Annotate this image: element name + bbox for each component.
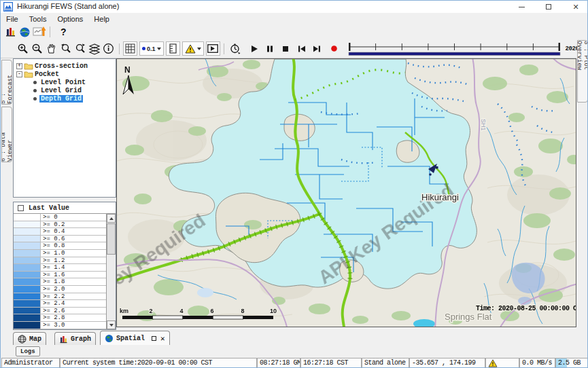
legend-row[interactable]: >= 0 (14, 214, 106, 221)
main-toolbar: ? (1, 24, 587, 39)
tab-close-icon[interactable]: ✕ (160, 334, 165, 343)
close-button[interactable]: ✕ (571, 2, 581, 12)
tree-item-label: Cross-section (33, 62, 89, 70)
profile-gauge-icon (169, 43, 177, 54)
bullet-icon (33, 81, 37, 84)
legend-row-label: >= 0.2 (41, 221, 106, 228)
menu-help[interactable]: Help (94, 15, 109, 23)
tree-item-cross-section[interactable]: + Cross-section (14, 62, 116, 70)
legend-color-swatch (14, 214, 41, 221)
menu-options[interactable]: Options (57, 15, 83, 23)
legend-row-label: >= 1.6 (41, 272, 106, 278)
tab-maximize-icon[interactable] (152, 336, 156, 341)
stop-button[interactable] (279, 41, 293, 56)
tab-map[interactable]: Map (13, 332, 46, 345)
expand-icon[interactable]: + (16, 63, 22, 69)
sidebar-tab-data-viewer[interactable]: 6 : Data Viewer (1, 107, 12, 162)
info-icon (103, 43, 114, 54)
zoom-in-button[interactable] (16, 41, 30, 56)
info-button[interactable] (101, 41, 116, 56)
legend-row[interactable]: >= 3.0 (14, 322, 106, 329)
logs-row: Logs (1, 345, 587, 357)
title-bar[interactable]: Hikurangi FEWS (Stand alone) ✕ (1, 1, 587, 13)
database-viewer-button[interactable] (3, 25, 18, 39)
grid-display-button[interactable] (123, 41, 137, 56)
tab-spatial-label: Spatial (116, 335, 145, 342)
legend-row[interactable]: >= 0.4 (14, 228, 106, 236)
tab-graph[interactable]: Graph (54, 332, 96, 345)
legend-row[interactable]: >= 1.4 (14, 264, 106, 272)
legend-row[interactable]: >= 2.8 (14, 314, 106, 322)
status-memory[interactable]: 2.5 GB (555, 358, 588, 368)
record-button[interactable] (327, 41, 341, 56)
sidebar-tab-plot-overview[interactable]: 3 : Plot Overview (577, 40, 588, 103)
status-warning-cell[interactable] (485, 358, 519, 368)
legend-row-label: >= 2.6 (41, 308, 106, 314)
longitudinal-profile-button[interactable] (166, 41, 180, 56)
legend-row[interactable]: >= 2.0 (14, 286, 106, 293)
sidebar-tab-forecast[interactable]: 5 : Forecast (1, 60, 12, 105)
legend-row-label: >= 1.8 (41, 278, 106, 285)
legend-row[interactable]: >= 1.8 (14, 278, 106, 286)
tree-item-pocket[interactable]: - Pocket (14, 70, 116, 78)
legend-row[interactable]: >= 1.6 (14, 272, 106, 279)
legend-row[interactable]: >= 2.6 (14, 308, 106, 315)
zoom-out-button[interactable] (30, 41, 44, 56)
step-back-button[interactable] (294, 41, 309, 56)
status-user: Administrator (1, 358, 60, 368)
pan-button[interactable] (44, 41, 58, 56)
legend-row[interactable]: >= 1.2 (14, 257, 106, 265)
legend-row-label: >= 0.6 (41, 236, 106, 242)
legend-row[interactable]: >= 1.0 (14, 250, 106, 257)
boxed-play-icon (207, 44, 218, 53)
animation-window-button[interactable] (206, 41, 220, 56)
scrollbar-thumb[interactable] (107, 223, 116, 255)
legend-row[interactable]: >= 0.2 (14, 221, 106, 229)
zoom-next-icon (74, 43, 86, 55)
play-button[interactable] (247, 41, 262, 56)
logs-button[interactable]: Logs (16, 346, 40, 356)
timeseries-dialog-button[interactable] (32, 25, 46, 39)
interval-dot-icon (142, 47, 145, 50)
legend-scrollbar[interactable] (106, 214, 116, 329)
legend-color-swatch (14, 272, 41, 278)
map-view[interactable]: API Key Required API Key Required Hikura… (116, 58, 576, 327)
layers-button[interactable] (87, 41, 101, 56)
legend-row[interactable]: >= 2.2 (14, 293, 106, 301)
legend-row[interactable]: >= 0.8 (14, 242, 106, 250)
menu-tools[interactable]: Tools (29, 15, 47, 23)
animation-delay-button[interactable] (228, 41, 242, 56)
zoom-previous-button[interactable] (58, 41, 73, 56)
scroll-down-button[interactable] (107, 320, 116, 329)
last-value-row: Last Value (14, 202, 116, 214)
zoom-out-icon (31, 43, 44, 55)
minimize-button[interactable] (517, 2, 526, 12)
folder-icon (24, 71, 33, 78)
last-value-checkbox[interactable] (18, 205, 24, 211)
map-toolbar: 0.1 (1, 39, 576, 58)
step-forward-button[interactable] (310, 41, 324, 56)
class-interval-dropdown[interactable]: 0.1 (139, 41, 164, 56)
svg-text:10: 10 (270, 308, 277, 314)
tree-item-level-point[interactable]: Level Point (14, 78, 116, 86)
zoom-next-button[interactable] (73, 41, 87, 56)
map-display-button[interactable] (18, 25, 32, 39)
legend-row[interactable]: >= 2.4 (14, 300, 106, 308)
warning-icon (488, 359, 498, 367)
help-button[interactable]: ? (60, 26, 67, 37)
scroll-up-button[interactable] (107, 214, 116, 223)
pause-button[interactable] (263, 41, 277, 56)
timeline-ruler-icon (347, 41, 562, 57)
tab-spatial[interactable]: Spatial ✕ (100, 331, 170, 345)
timeline-slider[interactable] (347, 41, 562, 57)
thresholds-dropdown[interactable] (182, 41, 204, 56)
chevron-down-icon (157, 48, 161, 50)
tree-item-depth-grid[interactable]: Depth Grid (14, 94, 116, 103)
tree-item-level-grid[interactable]: Level Grid (14, 86, 116, 94)
collapse-icon[interactable]: - (16, 71, 22, 77)
record-icon (330, 45, 338, 52)
legend-row[interactable]: >= 0.6 (14, 236, 106, 243)
menu-file[interactable]: File (6, 15, 18, 23)
hand-icon (46, 43, 57, 54)
maximize-button[interactable] (544, 2, 553, 12)
